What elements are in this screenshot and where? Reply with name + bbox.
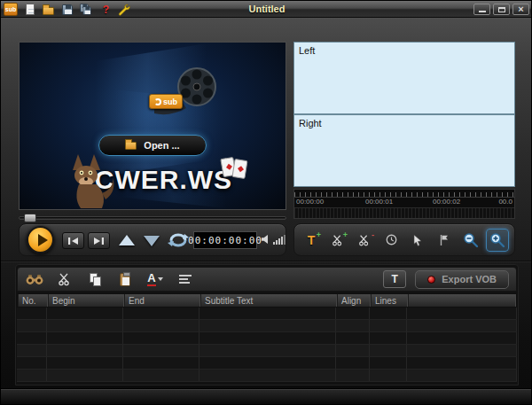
up-triangle-button[interactable] — [119, 235, 135, 245]
zoom-in-button[interactable] — [486, 229, 509, 252]
split-subtitle-button[interactable]: + — [326, 229, 349, 252]
zoom-out-button[interactable] — [459, 229, 482, 252]
subtitle-table: No. Begin End Subtitle Text Align Lines — [17, 293, 517, 382]
sub-logo-text: sub — [163, 97, 177, 106]
paste-button[interactable] — [115, 270, 135, 288]
minus-sign: - — [372, 230, 374, 239]
add-text-icon: T — [308, 233, 316, 247]
window-title: Untitled — [1, 4, 532, 14]
coyote-illustration — [64, 152, 117, 209]
maximize-icon — [498, 7, 505, 12]
chevron-down-icon — [158, 277, 163, 281]
action-buttons: T Export VOB — [383, 270, 509, 289]
zoom-in-icon — [489, 232, 505, 248]
table-header: No. Begin End Subtitle Text Align Lines — [17, 293, 517, 308]
loop-icon — [167, 231, 190, 249]
open-button-label: Open ... — [144, 140, 179, 151]
table-row[interactable] — [17, 332, 517, 345]
copy-icon — [90, 273, 101, 286]
status-bar — [1, 388, 532, 405]
add-subtitle-button[interactable]: T + — [300, 229, 323, 252]
pointer-button[interactable] — [406, 229, 429, 252]
subtitle-tools-bar: T + + - — [293, 223, 515, 256]
sub-logo-chip: sub — [149, 94, 183, 109]
folder-icon — [125, 142, 137, 150]
loop-button[interactable] — [167, 231, 190, 249]
text-style-button[interactable]: T — [383, 270, 406, 288]
seek-groove — [19, 216, 286, 220]
close-icon: × — [513, 4, 528, 15]
ruler-labels: 00:00:00 00:00:01 00:00:02 00.0 — [294, 198, 514, 206]
play-button[interactable] — [27, 226, 54, 253]
align-button[interactable] — [176, 270, 195, 288]
volume-bars — [273, 235, 286, 245]
tick-label: 00:00:02 — [433, 198, 460, 206]
transport-bar: 00:00:00:00 — [19, 223, 286, 256]
minimize-icon — [479, 11, 486, 12]
right-text-panel[interactable]: Right — [293, 114, 515, 187]
seek-handle[interactable] — [24, 214, 36, 222]
table-row[interactable] — [17, 308, 517, 320]
find-button[interactable] — [25, 270, 44, 288]
ruler-ticks — [294, 190, 514, 198]
cursor-icon — [412, 234, 423, 246]
marker-button[interactable] — [433, 229, 456, 252]
scissors-icon — [58, 272, 72, 286]
next-frame-icon — [93, 237, 105, 245]
table-row[interactable] — [17, 345, 517, 357]
prev-frame-button[interactable] — [62, 232, 84, 249]
font-icon: A — [147, 272, 155, 286]
font-button[interactable]: A — [145, 270, 165, 288]
down-triangle-button[interactable] — [144, 236, 160, 246]
prev-frame-icon — [67, 237, 79, 245]
cut-button[interactable] — [55, 270, 74, 288]
tick-label: 00:00:00 — [296, 198, 324, 206]
column-header-align: Align — [337, 294, 371, 307]
edit-toolbar: A T Export VOB — [17, 267, 517, 292]
export-vob-button[interactable]: Export VOB — [415, 270, 509, 289]
column-header-no: No. — [18, 294, 48, 307]
timeline-ruler[interactable]: 00:00:00 00:00:01 00:00:02 00.0 — [293, 189, 515, 219]
waveform-strip — [294, 207, 514, 218]
column-header-spacer — [408, 294, 516, 307]
record-dot-icon — [427, 276, 435, 284]
column-header-begin: Begin — [48, 294, 124, 307]
tick-label: 00.0 — [498, 198, 512, 206]
export-vob-label: Export VOB — [442, 274, 497, 284]
flag-icon — [439, 234, 450, 246]
time-display: 00:00:00:00 — [193, 231, 257, 249]
align-list-icon — [179, 273, 192, 285]
table-row[interactable] — [17, 357, 517, 370]
speaker-icon — [261, 234, 271, 245]
column-header-end: End — [124, 294, 200, 307]
table-row[interactable] — [17, 370, 517, 382]
binoculars-icon — [26, 274, 43, 285]
column-header-lines: Lines — [371, 294, 408, 307]
merge-subtitle-button[interactable]: - — [353, 229, 376, 252]
titlebar: sub ? Untitled × — [1, 1, 532, 18]
video-preview[interactable]: sub Open ... CWER.WS — [19, 42, 286, 210]
next-frame-button[interactable] — [88, 232, 110, 249]
column-header-subtitle-text: Subtitle Text — [200, 294, 337, 307]
tick-label: 00:00:01 — [365, 198, 393, 206]
paste-icon — [120, 273, 130, 286]
minimize-button[interactable] — [473, 4, 490, 15]
zoom-out-icon — [463, 232, 479, 248]
plus-sign: + — [317, 230, 321, 239]
scissors-minus-icon — [358, 234, 371, 246]
clock-icon — [385, 233, 398, 246]
app-window: sub ? Untitled × — [0, 0, 532, 405]
seek-slider[interactable] — [19, 214, 286, 222]
section-divider — [1, 261, 532, 262]
copy-button[interactable] — [85, 270, 105, 288]
close-button[interactable]: × — [512, 4, 529, 15]
volume-control[interactable] — [261, 234, 286, 245]
window-controls: × — [473, 4, 529, 15]
time-shift-button[interactable] — [379, 229, 403, 252]
plus-sign: + — [343, 230, 348, 239]
swirl-icon — [154, 98, 161, 105]
table-row[interactable] — [17, 320, 517, 332]
maximize-button[interactable] — [493, 4, 510, 15]
left-text-panel[interactable]: Left — [293, 42, 515, 114]
